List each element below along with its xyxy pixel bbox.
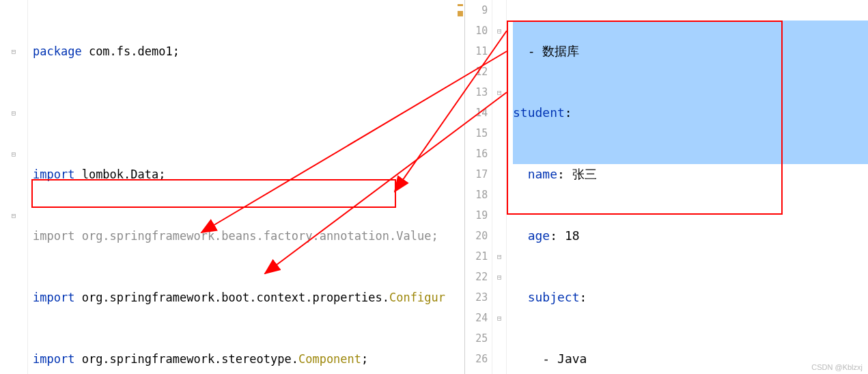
fold-icon[interactable] bbox=[492, 246, 506, 267]
line-number: 14 bbox=[465, 103, 488, 123]
left-code-area[interactable]: package com.fs.demo1; import lombok.Data… bbox=[27, 0, 464, 374]
yaml-line[interactable]: subject: bbox=[513, 287, 868, 308]
warning-marker[interactable] bbox=[458, 4, 463, 6]
yaml-line[interactable]: student: bbox=[513, 103, 868, 123]
code-line[interactable]: import lombok.Data; bbox=[33, 164, 464, 185]
fold-icon[interactable] bbox=[0, 103, 27, 123]
line-number: 18 bbox=[465, 185, 488, 205]
line-number: 17 bbox=[465, 164, 488, 185]
line-number: 12 bbox=[465, 62, 488, 82]
line-number: 9 bbox=[465, 0, 488, 21]
yaml-line[interactable]: - 数据库 bbox=[513, 41, 868, 62]
code-line[interactable] bbox=[33, 103, 464, 123]
fold-icon[interactable] bbox=[0, 205, 27, 226]
left-gutter bbox=[0, 0, 28, 374]
line-number: 22 bbox=[465, 267, 488, 287]
line-number: 21 bbox=[465, 246, 488, 267]
watermark: CSDN @Kblzxj bbox=[811, 363, 863, 371]
fold-icon[interactable] bbox=[492, 82, 506, 103]
editor-container: package com.fs.demo1; import lombok.Data… bbox=[0, 0, 868, 374]
line-number: 19 bbox=[465, 205, 488, 226]
code-line[interactable]: import org.springframework.boot.context.… bbox=[33, 287, 464, 308]
left-error-stripe[interactable] bbox=[456, 0, 464, 374]
right-code-area[interactable]: - 数据库 student: name: 张三 age: 18 subject:… bbox=[506, 0, 868, 374]
line-numbers: 9 10 11 12 13 14 15 16 17 18 19 20 21 22… bbox=[465, 0, 492, 374]
right-gutter: 9 10 11 12 13 14 15 16 17 18 19 20 21 22… bbox=[465, 0, 507, 374]
code-line[interactable]: package com.fs.demo1; bbox=[33, 41, 464, 62]
warning-marker[interactable] bbox=[458, 11, 463, 16]
line-number: 15 bbox=[465, 123, 488, 144]
line-number: 13 bbox=[465, 82, 488, 103]
yaml-line[interactable]: age: 18 bbox=[513, 226, 868, 246]
line-number: 11 bbox=[465, 41, 488, 62]
line-number: 20 bbox=[465, 226, 488, 246]
yaml-line[interactable]: name: 张三 bbox=[513, 164, 868, 185]
fold-icon[interactable] bbox=[492, 21, 506, 41]
line-number: 24 bbox=[465, 308, 488, 328]
right-editor-pane[interactable]: 9 10 11 12 13 14 15 16 17 18 19 20 21 22… bbox=[465, 0, 868, 374]
fold-icon[interactable] bbox=[492, 267, 506, 287]
code-line[interactable]: import org.springframework.stereotype.Co… bbox=[33, 349, 464, 369]
line-number: 10 bbox=[465, 21, 488, 41]
left-editor-pane[interactable]: package com.fs.demo1; import lombok.Data… bbox=[0, 0, 465, 374]
line-number: 25 bbox=[465, 328, 488, 349]
fold-icon[interactable] bbox=[492, 308, 506, 328]
line-number: 16 bbox=[465, 144, 488, 164]
code-line[interactable]: import org.springframework.beans.factory… bbox=[33, 226, 464, 246]
line-number: 26 bbox=[465, 349, 488, 369]
fold-icon[interactable] bbox=[0, 144, 27, 164]
fold-icon[interactable] bbox=[0, 41, 27, 62]
line-number: 23 bbox=[465, 287, 488, 308]
